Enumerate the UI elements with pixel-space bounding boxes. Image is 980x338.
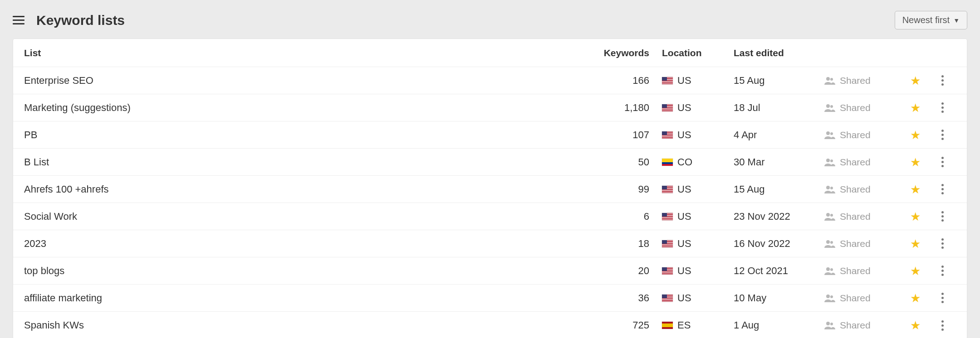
people-icon: [824, 294, 835, 302]
table-row[interactable]: top blogs 20 US 12 Oct 2021 Shared ★: [13, 257, 967, 285]
country-code: US: [677, 129, 691, 141]
svg-point-1: [830, 78, 833, 81]
location-cell: US: [657, 211, 734, 222]
flag-icon: [662, 77, 673, 84]
people-icon: [824, 104, 835, 112]
last-edited: 18 Jul: [734, 102, 824, 114]
last-edited: 1 Aug: [734, 319, 824, 331]
chevron-down-icon: ▼: [953, 17, 960, 24]
table-row[interactable]: 2023 18 US 16 Nov 2022 Shared ★: [13, 230, 967, 257]
country-code: US: [677, 211, 691, 222]
shared-label: Shared: [840, 184, 871, 195]
col-header-location: Location: [657, 48, 734, 58]
more-icon[interactable]: [939, 208, 946, 224]
shared-indicator: Shared: [824, 238, 902, 249]
star-icon[interactable]: ★: [910, 319, 921, 331]
shared-label: Shared: [840, 320, 871, 331]
table-header-row: List Keywords Location Last edited: [13, 39, 967, 67]
keywords-count: 166: [598, 75, 657, 87]
star-icon[interactable]: ★: [910, 265, 921, 277]
people-icon: [824, 321, 835, 329]
flag-icon: [662, 295, 673, 302]
keywords-count: 20: [598, 265, 657, 277]
last-edited: 30 Mar: [734, 156, 824, 168]
list-name: Social Work: [24, 211, 598, 222]
keywords-count: 1,180: [598, 102, 657, 114]
list-name: Ahrefs 100 +ahrefs: [24, 183, 598, 195]
last-edited: 15 Aug: [734, 183, 824, 195]
shared-label: Shared: [840, 157, 871, 168]
star-icon[interactable]: ★: [910, 183, 921, 195]
shared-indicator: Shared: [824, 157, 902, 168]
star-icon[interactable]: ★: [910, 129, 921, 141]
table-row[interactable]: Spanish KWs 725 ES 1 Aug Shared ★: [13, 312, 967, 338]
shared-label: Shared: [840, 102, 871, 113]
shared-label: Shared: [840, 293, 871, 304]
table-row[interactable]: B List 50 CO 30 Mar Shared ★: [13, 149, 967, 176]
people-icon: [824, 158, 835, 166]
flag-icon: [662, 322, 673, 329]
flag-icon: [662, 104, 673, 111]
more-icon[interactable]: [939, 127, 946, 143]
shared-label: Shared: [840, 130, 871, 140]
svg-point-12: [826, 240, 830, 244]
more-icon[interactable]: [939, 263, 946, 279]
keywords-count: 36: [598, 292, 657, 304]
list-name: Marketing (suggestions): [24, 102, 598, 114]
list-name: PB: [24, 129, 598, 141]
more-icon[interactable]: [939, 154, 946, 170]
people-icon: [824, 77, 835, 85]
more-icon[interactable]: [939, 318, 946, 333]
table-row[interactable]: Social Work 6 US 23 Nov 2022 Shared ★: [13, 203, 967, 230]
keywords-count: 107: [598, 129, 657, 141]
table-row[interactable]: Marketing (suggestions) 1,180 US 18 Jul …: [13, 94, 967, 121]
star-icon[interactable]: ★: [910, 292, 921, 304]
page-title: Keyword lists: [36, 13, 895, 28]
svg-point-4: [826, 131, 830, 135]
flag-icon: [662, 240, 673, 247]
people-icon: [824, 131, 835, 139]
shared-label: Shared: [840, 238, 871, 249]
more-icon[interactable]: [939, 290, 946, 306]
star-icon[interactable]: ★: [910, 211, 921, 222]
star-icon[interactable]: ★: [910, 238, 921, 250]
shared-indicator: Shared: [824, 293, 902, 304]
country-code: US: [677, 265, 691, 277]
svg-point-19: [830, 323, 833, 325]
star-icon[interactable]: ★: [910, 102, 921, 114]
svg-point-11: [830, 214, 833, 217]
shared-indicator: Shared: [824, 266, 902, 276]
col-header-lastedited: Last edited: [734, 48, 824, 58]
sort-label: Newest first: [902, 15, 950, 25]
star-icon[interactable]: ★: [910, 156, 921, 168]
table-row[interactable]: Ahrefs 100 +ahrefs 99 US 15 Aug Shared ★: [13, 176, 967, 203]
page-header: Keyword lists Newest first ▼: [0, 0, 980, 39]
country-code: US: [677, 238, 691, 250]
list-name: 2023: [24, 238, 598, 250]
shared-label: Shared: [840, 266, 871, 276]
shared-indicator: Shared: [824, 211, 902, 222]
more-icon[interactable]: [939, 181, 946, 197]
table-row[interactable]: affiliate marketing 36 US 10 May Shared …: [13, 285, 967, 312]
keywords-count: 18: [598, 238, 657, 250]
flag-icon: [662, 213, 673, 220]
location-cell: US: [657, 75, 734, 87]
location-cell: CO: [657, 156, 734, 168]
country-code: ES: [677, 319, 691, 331]
people-icon: [824, 240, 835, 248]
people-icon: [824, 267, 835, 275]
table-row[interactable]: Enterprise SEO 166 US 15 Aug Shared ★: [13, 67, 967, 94]
list-name: Enterprise SEO: [24, 75, 598, 87]
table-row[interactable]: PB 107 US 4 Apr Shared ★: [13, 121, 967, 149]
svg-point-9: [830, 187, 833, 189]
more-icon[interactable]: [939, 72, 946, 88]
star-icon[interactable]: ★: [910, 75, 921, 87]
more-icon[interactable]: [939, 236, 946, 251]
svg-point-0: [826, 77, 830, 81]
last-edited: 23 Nov 2022: [734, 211, 824, 222]
more-icon[interactable]: [939, 100, 946, 116]
menu-icon[interactable]: [13, 14, 26, 27]
col-header-keywords: Keywords: [598, 48, 657, 58]
sort-dropdown[interactable]: Newest first ▼: [895, 11, 967, 29]
last-edited: 15 Aug: [734, 75, 824, 87]
